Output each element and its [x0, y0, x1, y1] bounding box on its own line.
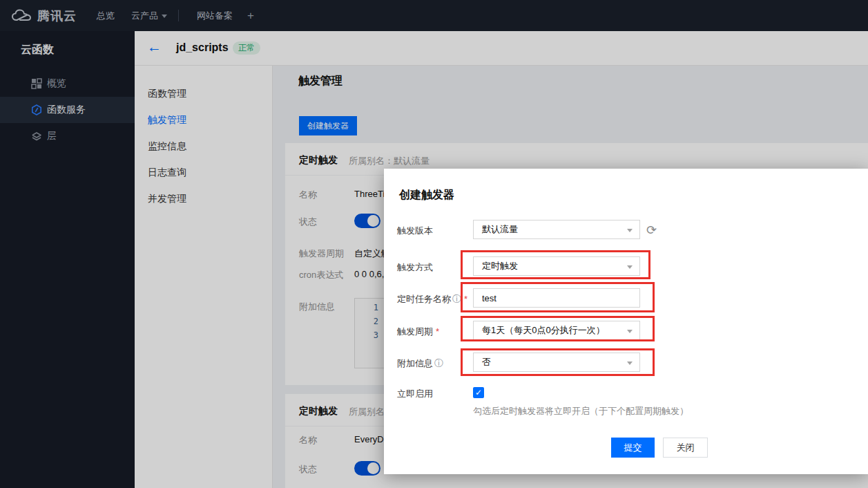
- close-button[interactable]: 关闭: [663, 438, 708, 458]
- extra-info-select[interactable]: 否: [473, 353, 640, 372]
- info-icon: ⓘ: [452, 294, 461, 304]
- trigger-period-select[interactable]: 每1天（每天0点0分执行一次）: [473, 321, 640, 340]
- extra-info-label: 附加信息ⓘ: [397, 357, 443, 370]
- enable-now-label: 立即启用: [397, 388, 433, 400]
- trigger-method-select[interactable]: 定时触发: [473, 256, 640, 276]
- modal-title: 创建触发器: [399, 188, 454, 203]
- trigger-period-value: 每1天（每天0点0分执行一次）: [482, 325, 605, 335]
- trigger-period-label: 触发周期*: [397, 326, 439, 338]
- chevron-down-icon: [627, 362, 633, 365]
- task-name-label: 定时任务名称ⓘ*: [397, 293, 467, 306]
- trigger-version-label: 触发版本: [397, 225, 433, 237]
- trigger-method-label: 触发方式: [397, 261, 433, 274]
- trigger-method-value: 定时触发: [482, 261, 518, 271]
- info-icon: ⓘ: [434, 358, 443, 368]
- required-asterisk: *: [464, 294, 467, 304]
- enable-now-hint: 勾选后定时触发器将立即开启（于下个配置周期触发）: [473, 405, 688, 417]
- chevron-down-icon: [627, 229, 633, 232]
- chevron-down-icon: [627, 330, 633, 333]
- task-name-input[interactable]: [473, 288, 640, 308]
- submit-button[interactable]: 提交: [611, 438, 655, 458]
- trigger-version-select[interactable]: 默认流量: [473, 220, 640, 239]
- extra-info-value: 否: [482, 357, 491, 367]
- trigger-version-value: 默认流量: [482, 224, 518, 234]
- create-trigger-modal: 创建触发器 触发版本 默认流量 ⟳ 触发方式 定时触发 定时任务名称ⓘ* 触发周…: [384, 169, 868, 474]
- refresh-icon[interactable]: ⟳: [646, 223, 657, 238]
- chevron-down-icon: [627, 265, 633, 269]
- required-asterisk: *: [436, 326, 439, 337]
- enable-now-checkbox-checked[interactable]: ✓: [473, 387, 484, 398]
